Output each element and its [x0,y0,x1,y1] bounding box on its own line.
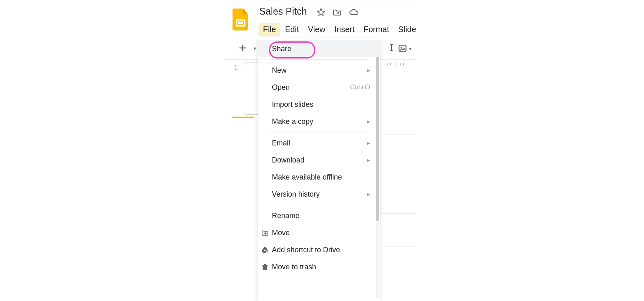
menu-bar: File Edit View Insert Format Slide [258,23,421,36]
folder-move-icon [261,230,269,236]
chevron-down-icon: ▼ [408,46,412,51]
file-menu-rename[interactable]: Rename [258,207,380,224]
menu-label: Make a copy [272,117,313,126]
divider [269,59,368,60]
menu-label: Add shortcut to Drive [272,246,340,254]
file-menu-download[interactable]: Download ▶ [258,152,380,169]
star-icon[interactable] [317,8,325,17]
menu-edit[interactable]: Edit [280,23,303,36]
file-menu-share[interactable]: Share [258,40,380,57]
menu-label: Rename [272,212,299,220]
file-menu-version-history[interactable]: Version history ▶ [258,186,380,203]
menu-label: Import slides [272,100,313,109]
menu-label: Open [272,83,290,92]
menu-label: Move to trash [272,263,316,271]
menu-label: Move [272,229,290,237]
menu-label: Make available offline [272,173,342,182]
divider [269,132,368,132]
menu-insert[interactable]: Insert [330,23,359,36]
svg-rect-1 [238,22,243,24]
ruler: 1 [381,61,415,68]
menu-label: Version history [272,190,320,199]
file-menu-new[interactable]: New ▶ [258,62,380,79]
submenu-caret-icon: ▶ [367,68,370,73]
drive-shortcut-icon [261,247,269,253]
file-menu-open[interactable]: Open Ctrl+O [258,79,380,96]
submenu-caret-icon: ▶ [367,158,370,163]
divider [269,205,368,205]
svg-marker-2 [317,9,325,15]
menu-slide[interactable]: Slide [394,23,420,36]
menu-label: Download [272,156,304,165]
submenu-caret-icon: ▶ [367,119,370,124]
shortcut-label: Ctrl+O [350,83,370,91]
svg-point-4 [401,47,402,48]
menu-label: Share [272,45,291,53]
menu-label: Email [272,139,290,147]
file-menu-move-to-trash[interactable]: Move to trash [258,258,380,275]
file-menu-add-shortcut[interactable]: Add shortcut to Drive [258,241,380,258]
file-menu-make-available-offline[interactable]: Make available offline [258,169,380,186]
slide-selection-indicator [232,117,254,118]
slide-number: 1 [234,64,237,71]
insert-image-button[interactable]: ▼ [398,45,412,52]
menu-label: New [272,66,286,75]
submenu-caret-icon: ▶ [367,141,370,146]
file-menu-dropdown: Share New ▶ Open Ctrl+O Import slides Ma… [258,38,380,301]
file-menu-make-a-copy[interactable]: Make a copy ▶ [258,113,380,130]
trash-icon [261,263,269,271]
file-menu-import-slides[interactable]: Import slides [258,96,380,113]
text-cursor-icon[interactable] [388,43,395,54]
move-to-folder-icon[interactable] [333,8,342,16]
menu-format[interactable]: Format [359,23,394,36]
app-window: Sales Pitch File Edit View Insert Format… [225,0,415,301]
slide-thumbnail[interactable] [244,63,258,115]
submenu-caret-icon: ▶ [367,192,370,197]
document-title[interactable]: Sales Pitch [259,6,307,17]
new-slide-button[interactable] [237,43,249,55]
menu-view[interactable]: View [304,23,330,36]
menu-file[interactable]: File [258,23,280,36]
slides-app-icon [233,9,250,30]
file-menu-move[interactable]: Move [258,224,380,241]
file-menu-email[interactable]: Email ▶ [258,134,380,152]
title-area: Sales Pitch File Edit View Insert Format… [225,0,415,37]
cloud-saved-icon[interactable] [349,8,359,16]
